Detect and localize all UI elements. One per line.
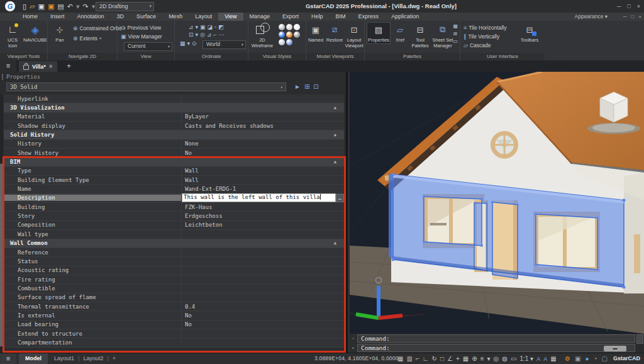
ordinate-tool-icon[interactable]: ▾ — [187, 40, 191, 47]
property-section[interactable]: Wall Common▲ — [4, 239, 344, 248]
restore-button[interactable]: □ — [627, 0, 630, 13]
ordinate-tool-icon[interactable]: ▣ — [200, 24, 206, 30]
magnifier-icon[interactable]: ◍ — [502, 355, 508, 362]
property-value[interactable] — [181, 293, 344, 302]
round-gable-window[interactable] — [491, 131, 518, 159]
property-row[interactable]: Is externalNo — [4, 311, 344, 320]
property-row[interactable]: Combustible — [4, 284, 344, 293]
undo-dropdown-icon[interactable]: ▾ — [76, 0, 80, 13]
ribbon-tab-bim[interactable]: BIM — [330, 13, 352, 21]
ucs-world-select[interactable]: World ▾ — [203, 40, 246, 49]
layout1-tab[interactable]: Layout1 — [54, 353, 74, 364]
ordinate-tool-icon[interactable]: ▫ — [214, 24, 216, 30]
model-viewport[interactable] — [350, 72, 644, 334]
property-row[interactable]: TypeWall — [4, 167, 344, 176]
property-section[interactable]: 3D Visualization▲ — [4, 103, 344, 112]
property-row[interactable]: HistoryNone — [4, 140, 344, 149]
property-row[interactable]: DescriptionThis wall is the left wall of… — [4, 194, 344, 203]
property-value[interactable]: FZK-Haus — [181, 203, 344, 211]
workspace-icon[interactable]: ▭ — [511, 355, 516, 362]
ordinate-tool-icon[interactable]: ▾ — [196, 31, 199, 38]
visual-style-swatch-icon[interactable] — [279, 31, 285, 38]
collapse-arrow-icon[interactable]: ▲ — [334, 241, 336, 246]
ucs-icon-button[interactable]: ∟ UCS Icon — [2, 23, 23, 48]
monitor-icon[interactable]: ▭ — [453, 38, 458, 44]
ordinate-tool-icon[interactable]: ⌐ — [213, 31, 216, 38]
property-value[interactable]: No — [181, 321, 344, 329]
property-row[interactable]: CompositionLeichtbeton — [4, 221, 344, 230]
property-row[interactable]: MaterialByLayer — [4, 113, 344, 122]
property-row[interactable]: Hyperlink — [4, 94, 344, 103]
ribbon-tab-3d[interactable]: 3D — [111, 13, 131, 21]
previous-view-button[interactable]: ⊙ Previous View — [121, 23, 161, 32]
table-icon[interactable]: ▦ — [550, 355, 556, 362]
document-tab-villa[interactable]: Villa* × — [19, 61, 57, 72]
extents-button[interactable]: ⊗ Extents ▾ — [73, 34, 101, 43]
property-section[interactable]: BIM▲ — [4, 157, 344, 166]
close-tab-icon[interactable]: × — [49, 63, 53, 70]
command-resize-handle[interactable]: ▬ — [604, 346, 626, 351]
ordinate-tool-icon[interactable]: ⊿ — [207, 31, 212, 38]
property-row[interactable]: Fire rating — [4, 275, 344, 284]
navicube-button[interactable]: ◈ NAVICUBE — [25, 23, 46, 43]
ordinate-tool-icon[interactable]: ◩ — [218, 24, 224, 30]
view-manager-button[interactable]: ▣ View Manager — [121, 32, 162, 41]
layout-viewport-button[interactable]: ⊡ Layout Viewport — [343, 23, 365, 48]
minimize-button[interactable]: ─ — [617, 0, 621, 13]
palette-grip[interactable] — [2, 74, 3, 80]
property-value[interactable] — [181, 94, 344, 103]
annotation-visibility-icon[interactable]: A — [536, 356, 540, 362]
property-row[interactable]: Show HistoryNo — [4, 149, 344, 157]
pick-add-icon[interactable]: ► — [294, 82, 301, 92]
property-value[interactable] — [181, 248, 344, 256]
save-as-icon[interactable]: ▣ — [48, 0, 54, 13]
open-icon[interactable]: ▱ — [30, 0, 35, 13]
property-value[interactable]: Wand-Ext-ERDG-1 — [181, 185, 344, 193]
grid-snap-icon[interactable]: ▦ — [397, 355, 403, 362]
property-row[interactable]: Extend to structure — [4, 329, 344, 338]
tool-palettes-button[interactable]: ⊟ Tool Palettes — [409, 23, 431, 48]
properties-scrollbar[interactable] — [0, 94, 3, 353]
ribbon-tab-manage[interactable]: Manage — [243, 13, 277, 21]
undo-icon[interactable]: ↶ — [67, 0, 73, 13]
ribbon-tab-export[interactable]: Export — [276, 13, 305, 21]
ribbon-tab-surface[interactable]: Surface — [130, 13, 162, 21]
object-type-select[interactable]: 3D Solid ▾ — [6, 82, 286, 91]
command-scrollbar[interactable] — [636, 334, 643, 344]
calculator-icon[interactable]: ▦ — [453, 23, 458, 29]
ribbon-tab-mesh[interactable]: Mesh — [162, 13, 189, 21]
workspace-select[interactable]: 2D Drafting ▾ — [96, 2, 154, 11]
property-value[interactable] — [181, 266, 344, 275]
select-objects-icon[interactable]: ⊡ — [313, 82, 318, 92]
doc-minimize-button[interactable]: ─ — [623, 13, 627, 21]
selection-cycling-icon[interactable]: ▾ — [487, 355, 490, 362]
property-value[interactable]: Casts and Receives shadows — [181, 122, 344, 130]
right-window[interactable] — [533, 212, 600, 272]
front-door[interactable] — [492, 200, 518, 280]
collapse-arrow-icon[interactable]: ▲ — [334, 105, 336, 110]
cmd-collapse-icon[interactable]: ‹ — [352, 336, 354, 341]
free-orbit-icon[interactable]: ◎ — [494, 355, 499, 362]
property-value[interactable]: Wall — [181, 176, 344, 184]
ribbon-tab-application[interactable]: Application — [385, 13, 425, 21]
osnap-angle-icon[interactable]: ∠ — [447, 355, 453, 362]
display-icon[interactable]: ▣ — [575, 355, 580, 362]
ribbon-tab-annotation[interactable]: Annotation — [71, 13, 111, 21]
cascade-button[interactable]: ▱ Cascade — [464, 41, 491, 50]
visual-style-swatch-icon[interactable] — [279, 39, 285, 45]
ribbon-tab-help[interactable]: Help — [305, 13, 330, 21]
visual-style-swatch-icon[interactable] — [286, 24, 292, 30]
grid-display-icon[interactable]: ▥ — [406, 355, 412, 362]
redo-icon[interactable]: ↷ — [83, 0, 89, 13]
visual-style-swatch-icon[interactable] — [286, 39, 292, 45]
model-tab[interactable]: Model — [19, 353, 48, 364]
2d-wireframe-button[interactable]: 2D Wireframe — [250, 23, 275, 48]
restore-viewports-button[interactable]: ⧄ Restore — [325, 23, 344, 43]
file-tabs-menu-icon[interactable]: ≡ — [0, 60, 16, 72]
ordinate-tool-icon[interactable]: ▾ — [196, 24, 199, 30]
new-tab-button[interactable]: + — [67, 61, 71, 72]
command-input-line[interactable]: Command: — [357, 344, 635, 352]
property-row[interactable]: NameWand-Ext-ERDG-1 — [4, 185, 344, 193]
visual-style-swatch-icon[interactable] — [279, 24, 285, 30]
quick-select-icon[interactable]: ⊞ — [304, 82, 309, 92]
